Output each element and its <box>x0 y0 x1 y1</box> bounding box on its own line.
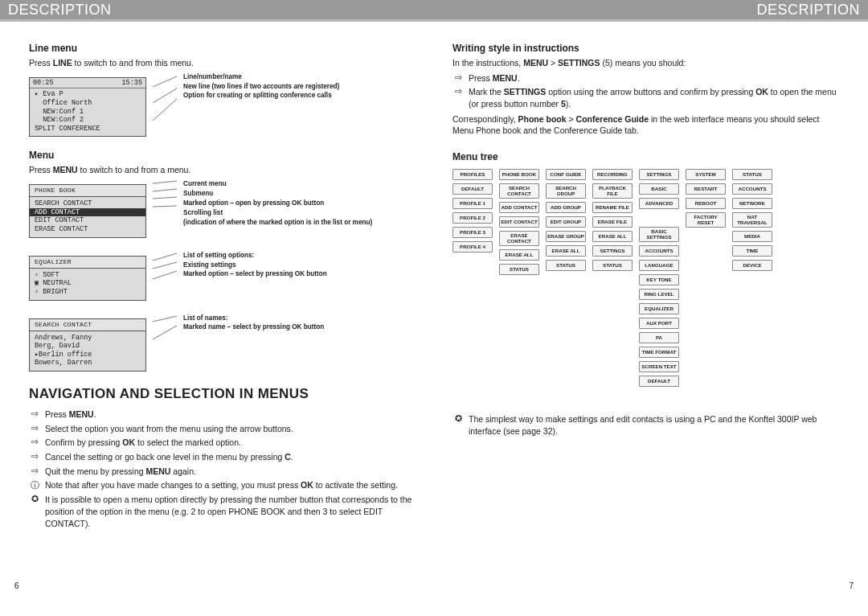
tree-item: ADVANCED <box>639 198 679 209</box>
tree-item: FACTORY RESET <box>686 212 726 228</box>
tree-item: ERASE FILE <box>592 216 633 228</box>
tree-header: PROFILES <box>452 169 493 180</box>
svg-line-5 <box>153 197 177 199</box>
line-menu-title: Line menu <box>29 43 416 54</box>
page-num-left: 6 <box>14 581 19 590</box>
tip-text: The simplest way to make settings and ed… <box>469 413 839 437</box>
writing-intro: In the instructions, MENU > SETTINGS (5)… <box>452 57 839 69</box>
svg-line-8 <box>153 262 177 269</box>
tree-header: PHONE BOOK <box>499 169 539 180</box>
svg-line-7 <box>153 253 177 261</box>
tree-item: SETTINGS <box>592 245 633 257</box>
tree-item: TIME <box>732 245 772 257</box>
svg-line-6 <box>153 206 177 207</box>
title-right: DESCRIPTION <box>756 2 860 18</box>
page-num-right: 7 <box>849 581 854 590</box>
tree-item: STATUS <box>546 260 586 271</box>
tree-item: BASIC <box>639 183 679 195</box>
tree-item: EDIT CONTACT <box>499 216 539 228</box>
tree-item: ADD GROUP <box>546 202 586 213</box>
tree-item: DEVICE <box>732 260 772 271</box>
lcd-equalizer: EQUALIZER ▫ SOFT▣ NEUTRAL▫ BRIGHT <box>29 256 146 301</box>
writing-b2: Mark the SETTINGS option using the arrow… <box>469 86 839 109</box>
tree-item: PROFILE 1 <box>452 198 493 209</box>
svg-line-10 <box>153 316 177 322</box>
tree-item: ACCOUNTS <box>732 183 772 195</box>
tree-item: NETWORK <box>732 198 772 209</box>
tree-item: EDIT GROUP <box>546 216 586 228</box>
tree-item: PROFILE 4 <box>452 241 493 253</box>
menu-text: Press MENU to switch to and from a menu. <box>29 164 416 176</box>
writing-title: Writing style in instructions <box>452 43 839 54</box>
page-left: Line menu Press LINE to switch to and fr… <box>14 31 430 590</box>
tree-item: DEFAULT <box>452 183 493 195</box>
tree-item: ERASE ALL <box>499 249 539 261</box>
tree-item: STATUS <box>499 264 539 275</box>
tree-item: REBOOT <box>686 198 726 209</box>
svg-line-11 <box>153 326 177 339</box>
tree-header: SYSTEM <box>686 169 726 180</box>
tree-item: ERASE CONTACT <box>499 231 539 246</box>
tree-item: MEDIA <box>732 231 772 242</box>
lcd-phonebook: PHONE BOOK SEARCH CONTACTADD CONTACTEDIT… <box>29 184 146 238</box>
writing-corr: Correspondingly, Phone book > Conference… <box>452 113 839 137</box>
writing-b1: Press MENU. <box>469 72 839 84</box>
page-right: Writing style in instructions In the ins… <box>438 31 854 590</box>
tree-item: RENAME FILE <box>592 202 633 213</box>
menu-title: Menu <box>29 150 416 161</box>
svg-line-4 <box>153 189 177 191</box>
header: DESCRIPTION DESCRIPTION <box>0 0 868 22</box>
svg-line-1 <box>153 88 177 103</box>
tree-item: PLAYBACK FILE <box>592 183 633 199</box>
svg-line-0 <box>153 76 177 87</box>
tree-item: STATUS <box>592 260 633 271</box>
tree-item: PROFILE 2 <box>452 212 493 224</box>
tree-header: CONF GUIDE <box>546 169 586 180</box>
tree-item: ERASE GROUP <box>546 231 586 242</box>
menutree-title: Menu tree <box>452 151 839 162</box>
tree-header: STATUS <box>732 169 772 180</box>
tree-item: RESTART <box>686 183 726 195</box>
svg-line-3 <box>153 181 177 183</box>
tree-header: SETTINGS <box>639 169 679 180</box>
svg-line-2 <box>153 99 177 121</box>
title-left: DESCRIPTION <box>8 2 112 18</box>
tree-item: SEARCH CONTACT <box>499 183 539 199</box>
line-menu-text: Press LINE to switch to and from this me… <box>29 57 416 69</box>
tree-header: RECORDING <box>592 169 633 180</box>
tree-item: NAT TRAVERSAL <box>732 212 772 228</box>
tree-item: ERASE ALL <box>546 245 586 257</box>
nav-title: NAVIGATION AND SELECTION IN MENUS <box>29 386 416 402</box>
tree-item: PROFILE 3 <box>452 227 493 238</box>
tree-item: SEARCH GROUP <box>546 183 586 199</box>
lcd-search: SEARCH CONTACT Andrews, FannyBerg, David… <box>29 318 146 372</box>
tree-item: ADD CONTACT <box>499 202 539 213</box>
lcd-line: 00:25 15:35 ▸ Eva P Office North NEW:Con… <box>29 77 146 138</box>
svg-line-9 <box>153 271 177 279</box>
tree-item: ERASE ALL <box>592 231 633 242</box>
